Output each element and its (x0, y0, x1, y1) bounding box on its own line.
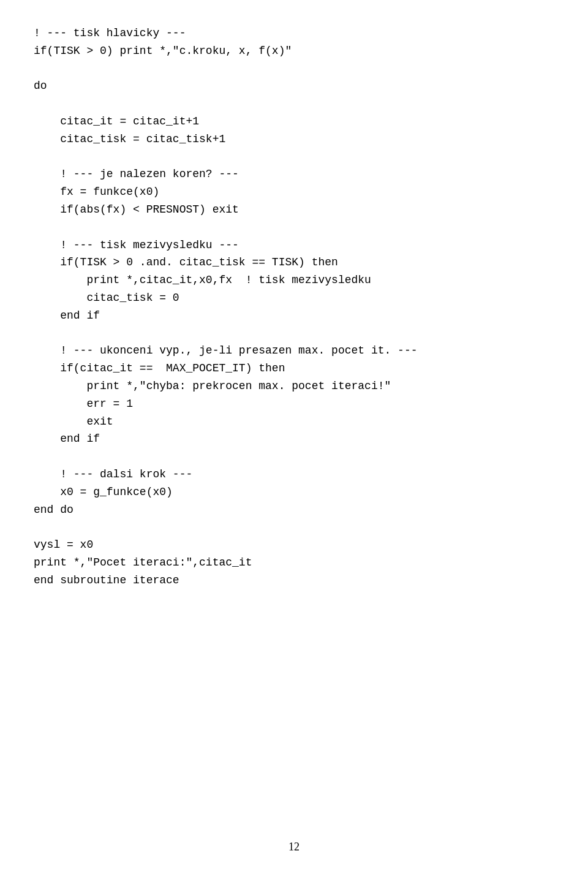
page-content: ! --- tisk hlavicky --- if(TISK > 0) pri… (0, 0, 588, 878)
code-block: ! --- tisk hlavicky --- if(TISK > 0) pri… (34, 25, 554, 589)
page-number: 12 (288, 841, 300, 853)
page-number-container: 12 (0, 841, 588, 853)
